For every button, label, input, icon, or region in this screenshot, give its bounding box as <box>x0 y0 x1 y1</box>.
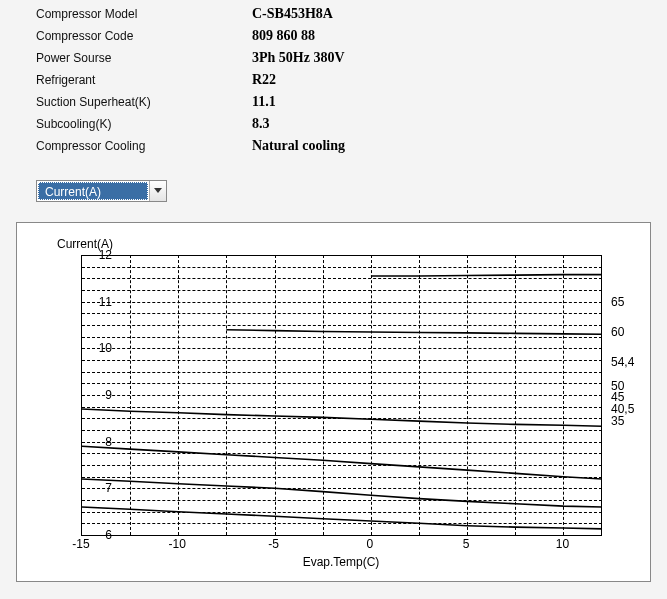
spec-value: 3Ph 50Hz 380V <box>252 50 345 66</box>
spec-row: Compressor ModelC-SB453H8A <box>36 6 663 22</box>
metric-select[interactable]: Current(A) <box>36 180 167 202</box>
spec-value: Natural cooling <box>252 138 345 154</box>
metric-select-value: Current(A) <box>38 182 148 200</box>
spec-value: R22 <box>252 72 276 88</box>
y-tick: 9 <box>72 388 112 402</box>
x-tick: -10 <box>169 537 186 551</box>
spec-value: C-SB453H8A <box>252 6 333 22</box>
series-label: 54,4 <box>611 355 634 369</box>
spec-value: 11.1 <box>252 94 276 110</box>
spec-label: Power Sourse <box>36 51 252 65</box>
x-tick: -15 <box>72 537 89 551</box>
y-tick: 10 <box>72 341 112 355</box>
spec-label: Compressor Cooling <box>36 139 252 153</box>
chart-panel: Current(A)6789101112-15-10-50510Evap.Tem… <box>16 222 651 582</box>
y-tick: 12 <box>72 248 112 262</box>
y-tick: 7 <box>72 481 112 495</box>
spec-label: Compressor Code <box>36 29 252 43</box>
spec-value: 809 860 88 <box>252 28 315 44</box>
x-axis-label: Evap.Temp(C) <box>81 555 601 569</box>
spec-label: Subcooling(K) <box>36 117 252 131</box>
series-label: 65 <box>611 295 624 309</box>
spec-label: Refrigerant <box>36 73 252 87</box>
y-tick: 11 <box>72 295 112 309</box>
spec-row: Suction Superheat(K)11.1 <box>36 94 663 110</box>
dropdown-arrow-icon <box>149 181 166 201</box>
spec-label: Compressor Model <box>36 7 252 21</box>
x-tick: -5 <box>268 537 279 551</box>
series-label: 50 <box>611 379 624 393</box>
y-tick: 8 <box>72 435 112 449</box>
spec-row: Compressor Code809 860 88 <box>36 28 663 44</box>
spec-value: 8.3 <box>252 116 270 132</box>
spec-row: Compressor CoolingNatural cooling <box>36 138 663 154</box>
x-tick: 5 <box>463 537 470 551</box>
spec-row: Power Sourse3Ph 50Hz 380V <box>36 50 663 66</box>
spec-row: Subcooling(K)8.3 <box>36 116 663 132</box>
spec-table: Compressor ModelC-SB453H8ACompressor Cod… <box>0 0 667 170</box>
series-label: 60 <box>611 325 624 339</box>
spec-row: RefrigerantR22 <box>36 72 663 88</box>
plot-area <box>81 255 602 536</box>
spec-label: Suction Superheat(K) <box>36 95 252 109</box>
x-tick: 10 <box>556 537 569 551</box>
x-tick: 0 <box>367 537 374 551</box>
